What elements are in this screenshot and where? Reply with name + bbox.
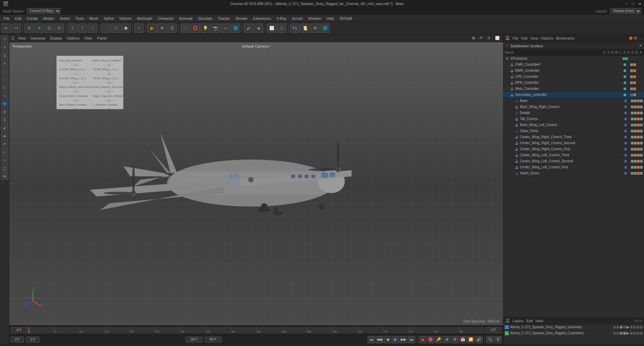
view-menu-hier[interactable]: View [530,36,538,40]
loop-btn[interactable]: 🔁 [467,336,475,343]
extra-btn[interactable]: ☰ [494,336,502,343]
layout-select[interactable]: Startup (User) [610,8,641,14]
node-space-select[interactable]: Current (V-Ray) [27,8,61,14]
menu-edit[interactable]: Edit [13,16,24,21]
vp-icon4[interactable]: ⬜ [493,35,502,41]
hier-item-tail[interactable]: ⚓ Tail_Control [503,116,644,122]
viewport-shading-btn[interactable]: ⬜ [267,23,276,33]
hier-item-details[interactable]: △ Details [503,110,644,116]
close-button[interactable]: ✕ [638,2,641,6]
tool-cube[interactable]: ⬛ [1,68,8,75]
polygon-mode-btn[interactable]: ⬢ [121,23,130,33]
python-btn[interactable]: Py [290,23,300,33]
end-frame-input[interactable] [485,327,502,333]
go-end-btn[interactable]: ⏭ [408,336,415,343]
menu-mesh[interactable]: Mesh [87,16,101,21]
tool-paint[interactable]: 🖌 [1,124,8,131]
maximize-button[interactable]: □ [632,2,634,6]
vp-options-menu[interactable]: Options [65,36,82,41]
tool-extra1[interactable]: ◯ [1,164,8,172]
vp-panel-menu[interactable]: Panel [95,36,109,41]
play-btn[interactable]: ▶ [392,336,399,343]
viewport-3d[interactable]: Tail_Wing_Rotation — ◎ — Counter_Wing_L_… [9,42,503,325]
move-btn[interactable]: ✛ [35,23,44,33]
x-axis-btn[interactable]: X [68,23,77,33]
vp-cameras-menu[interactable]: Cameras [29,36,48,41]
fcurve-btn[interactable]: ⚙ [451,336,459,343]
tool-selection[interactable]: ↗ [1,36,8,43]
viewport-wire-btn[interactable]: ⬡ [277,23,286,33]
hier-item-cwrcs[interactable]: ⚓ Center_Wing_Right_Control_Second [503,140,644,146]
scale-btn[interactable]: ⊡ [45,23,54,33]
tool-s[interactable]: S [1,116,8,123]
menu-help[interactable]: Help [324,16,336,21]
layers-menu-icon[interactable]: ☰ [505,318,510,324]
menu-tools[interactable]: Tools [73,16,86,21]
hier-item-bwlc[interactable]: ⚓ Back_Wing_Left_Control [503,122,644,128]
fps-field[interactable] [205,337,221,343]
title-bar-controls[interactable]: ─ □ ✕ [626,2,641,6]
next-btn[interactable]: ▶▶ [400,336,407,343]
edit-menu-hier[interactable]: Edit [521,36,528,40]
hierarchy-menu-icon[interactable]: ☰ [505,36,510,41]
vp-icon3[interactable]: ⊙ [485,35,492,41]
menu-simulate[interactable]: Simulate [196,16,215,21]
hier-item-cwlct[interactable]: ⚓ Center_Wing_Left_Control_Third [503,152,644,158]
layer-controllers[interactable]: Alenia_C-27J_Spartan_Grey_Rigged_Control… [503,330,644,336]
menu-extensions[interactable]: Extensions [251,16,273,21]
start-frame-field[interactable] [11,337,24,343]
hamburger-icon[interactable]: ☰ [11,36,15,41]
end-frame-field1[interactable] [186,337,203,343]
menu-spline[interactable]: Spline [101,16,116,21]
render-queue-btn[interactable]: ☰ [167,23,177,33]
go-start-btn[interactable]: ⏮ [368,336,375,343]
audio-btn[interactable]: 🔊 [475,336,483,343]
undo-btn[interactable]: ↩ [1,23,11,33]
cube-btn[interactable]: ⬛ [180,23,190,33]
menu-window[interactable]: Window [306,16,323,21]
tool-spline2[interactable]: ∿ [1,156,8,164]
hier-item-hatch[interactable]: △ Hatch_Down [503,170,644,176]
auto-key-btn[interactable]: 🔴 [427,336,434,343]
hier-item-rpr[interactable]: ⚓ RPR_Controller [503,80,644,86]
record-btn[interactable]: ⏺ [419,336,426,343]
sky-btn[interactable]: 🌐 [231,23,240,33]
tool-deformer[interactable]: $ [1,108,8,115]
hier-item-glass[interactable]: △ Glass_Parts [503,128,644,134]
hier-icon2[interactable]: … [638,36,642,40]
tool-spline[interactable]: ∿ [1,92,8,99]
tool-extra2[interactable]: ⊕ [1,172,8,180]
live-select-btn[interactable]: 🖱 [24,23,34,33]
layers-view[interactable]: View [535,319,543,323]
tool-scale[interactable]: ⊡ [1,52,8,59]
layer-geometry[interactable]: Alenia_C-27J_Spartan_Grey_Rigged_Geometr… [503,324,644,330]
rotate-btn[interactable]: ↻ [55,23,64,33]
tool-rotate[interactable]: ↻ [1,60,8,67]
web-btn[interactable]: 🌐 [320,23,330,33]
hier-icon1[interactable]: ⊞ [634,36,637,40]
current-frame-input[interactable] [11,327,28,333]
add-btn[interactable]: + [134,23,144,33]
menu-volume[interactable]: Volume [117,16,134,21]
hier-item-bwr[interactable]: ⚓ BWR_Controller [503,68,644,74]
tool-nurbs[interactable]: 🔵 [1,100,8,107]
hier-item-fwr[interactable]: ⚓ FWR_Controllerf [503,62,644,68]
timeline-bar[interactable]: 0 5 10 15 20 25 30 35 40 45 50 55 60 65 … [28,327,484,334]
redo-btn[interactable]: ↪ [11,23,21,33]
menu-animate[interactable]: Animate [177,16,195,21]
vp-filter-menu[interactable]: Filter [82,36,94,41]
prev-btn[interactable]: ◀ [384,336,391,343]
camera-btn[interactable]: 📷 [211,23,220,33]
bookmarks-menu[interactable]: Bookmarks [556,36,575,40]
sculpt-btn[interactable]: ◈ [254,23,263,33]
menu-file[interactable]: File [1,16,12,21]
vp-icon2[interactable]: ⟳ [478,35,485,41]
menu-create[interactable]: Create [24,16,40,21]
current-frame-field[interactable] [26,337,40,343]
edge-mode-btn[interactable]: ⬡ [111,23,120,33]
hier-item-cwlcf[interactable]: ⚓ Center_Wing_Left_Control_First [503,164,644,170]
layers-edit[interactable]: Edit [526,319,533,323]
hier-item-base[interactable]: △ Base [503,98,644,104]
prev-frame-btn[interactable]: ◀◀ [376,336,383,343]
z-axis-btn[interactable]: Z [88,23,97,33]
